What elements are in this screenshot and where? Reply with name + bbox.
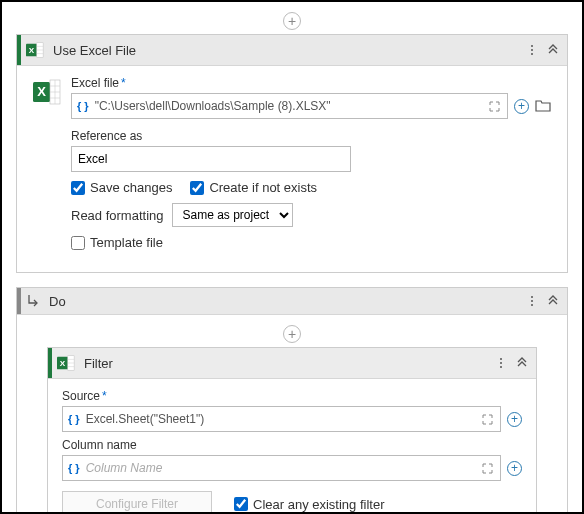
source-value: Excel.Sheet("Sheet1") <box>86 412 473 426</box>
expand-icon[interactable] <box>479 460 495 476</box>
add-activity-button-top[interactable]: + <box>283 12 301 30</box>
clear-existing-filter-checkbox[interactable]: Clear any existing filter <box>234 497 385 512</box>
filter-body: Source* { } Excel.Sheet("Sheet1") + Colu… <box>48 379 536 514</box>
do-add-top: + <box>47 325 537 343</box>
expand-icon[interactable] <box>486 98 502 114</box>
column-name-placeholder: Column Name <box>86 461 473 475</box>
create-if-not-exists-checkbox[interactable]: Create if not exists <box>190 180 317 195</box>
template-file-checkbox[interactable]: Template file <box>71 235 163 250</box>
create-if-not-exists-input[interactable] <box>190 181 204 195</box>
plus-icon[interactable]: + <box>507 461 522 476</box>
clear-existing-filter-input[interactable] <box>234 497 248 511</box>
top-add-row: + <box>16 12 568 30</box>
save-changes-input[interactable] <box>71 181 85 195</box>
do-title: Do <box>49 294 527 309</box>
column-name-input[interactable]: { } Column Name <box>62 455 501 481</box>
svg-text:X: X <box>29 46 35 55</box>
filter-title: Filter <box>84 356 496 371</box>
do-body: + X Filter Source* <box>17 315 567 514</box>
use-excel-file-title: Use Excel File <box>53 43 527 58</box>
reference-as-input[interactable] <box>71 146 351 172</box>
expand-icon[interactable] <box>479 411 495 427</box>
create-if-not-exists-label: Create if not exists <box>209 180 317 195</box>
header-accent <box>17 35 21 65</box>
expression-braces-icon: { } <box>68 413 80 425</box>
plus-icon[interactable]: + <box>507 412 522 427</box>
configure-filter-button: Configure Filter <box>62 491 212 514</box>
excel-file-label: Excel file* <box>71 76 551 90</box>
add-activity-button[interactable]: + <box>283 325 301 343</box>
plus-icon[interactable]: + <box>514 99 529 114</box>
expression-braces-icon: { } <box>68 462 80 474</box>
filter-activity: X Filter Source* { } Excel.Sheet("Sheet1… <box>47 347 537 514</box>
do-activity: Do + X Filter <box>16 287 568 514</box>
header-accent <box>48 348 52 378</box>
read-formatting-select[interactable]: Same as project <box>172 203 293 227</box>
use-excel-file-header[interactable]: X Use Excel File <box>17 35 567 66</box>
options-menu-icon[interactable] <box>527 294 537 308</box>
svg-text:X: X <box>37 84 46 99</box>
collapse-icon[interactable] <box>547 43 559 57</box>
read-formatting-label: Read formatting <box>71 208 164 223</box>
do-arrow-icon <box>25 293 41 309</box>
folder-icon[interactable] <box>535 98 551 114</box>
use-excel-body: X Excel file* { } "C:\Users\dell\Downloa… <box>17 66 567 272</box>
excel-file-input[interactable]: { } "C:\Users\dell\Downloads\Sample (8).… <box>71 93 508 119</box>
reference-as-label: Reference as <box>71 129 551 143</box>
expression-braces-icon: { } <box>77 100 89 112</box>
excel-icon: X <box>25 40 45 60</box>
template-file-label: Template file <box>90 235 163 250</box>
save-changes-checkbox[interactable]: Save changes <box>71 180 172 195</box>
header-accent <box>17 288 21 314</box>
options-menu-icon[interactable] <box>496 356 506 370</box>
header-actions <box>527 294 559 308</box>
save-changes-label: Save changes <box>90 180 172 195</box>
do-header[interactable]: Do <box>17 288 567 315</box>
excel-icon: X <box>33 78 61 106</box>
svg-text:X: X <box>60 359 66 368</box>
collapse-icon[interactable] <box>516 356 528 370</box>
header-actions <box>496 356 528 370</box>
source-input[interactable]: { } Excel.Sheet("Sheet1") <box>62 406 501 432</box>
excel-file-value: "C:\Users\dell\Downloads\Sample (8).XLSX… <box>95 99 480 113</box>
clear-existing-filter-label: Clear any existing filter <box>253 497 385 512</box>
filter-header[interactable]: X Filter <box>48 348 536 379</box>
source-label: Source* <box>62 389 522 403</box>
options-menu-icon[interactable] <box>527 43 537 57</box>
collapse-icon[interactable] <box>547 294 559 308</box>
use-excel-file-activity: X Use Excel File X Excel file* { } "C:\U… <box>16 34 568 273</box>
column-name-label: Column name <box>62 438 522 452</box>
template-file-input[interactable] <box>71 236 85 250</box>
header-actions <box>527 43 559 57</box>
excel-icon: X <box>56 353 76 373</box>
